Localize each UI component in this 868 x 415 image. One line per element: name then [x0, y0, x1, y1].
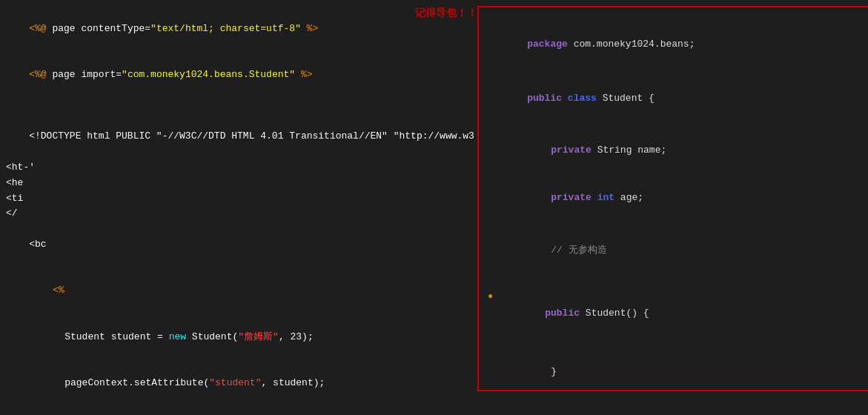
r-close-brace-noarg: }: [486, 348, 868, 391]
r-public-constructor-noarg: ● public Student() {: [486, 274, 868, 338]
r-private-age: private int age;: [486, 174, 868, 222]
r-public-class: public class Student {: [486, 74, 868, 122]
r-package: package com.moneky1024.beans;: [486, 21, 868, 68]
line-scriptlet-open: <%: [0, 268, 474, 314]
r-comment-noarg: // 无参构造: [486, 226, 868, 273]
line-page-import: <%@ page import="com.moneky1024.beans.St…: [0, 52, 474, 113]
left-code-panel: <%@ page contentType="text/html; charset…: [0, 0, 474, 415]
breakpoint-dot: ●: [488, 290, 493, 305]
right-code-panel: package com.moneky1024.beans; public cla…: [477, 6, 868, 391]
line-bc: <bc: [0, 222, 474, 268]
line-pagecontext: pageContext.setAttribute("student", stud…: [0, 360, 474, 406]
line-page-contenttype: <%@ page contentType="text/html; charset…: [0, 6, 474, 52]
note-label: 记得导包！！！！: [415, 4, 474, 21]
line-ht: <ht-': [0, 160, 474, 176]
line-slash-ti: </: [0, 206, 474, 222]
line-doctype: <!DOCTYPE html PUBLIC "-//W3C//DTD HTML …: [0, 114, 474, 160]
line-scriptlet-close: %>: [0, 407, 474, 415]
line-ti: <ti: [0, 191, 474, 207]
line-he: <he: [0, 176, 474, 191]
r-private-name: private String name;: [486, 127, 868, 174]
line-student-new: Student student = new Student("詹姆斯", 23)…: [0, 314, 474, 360]
